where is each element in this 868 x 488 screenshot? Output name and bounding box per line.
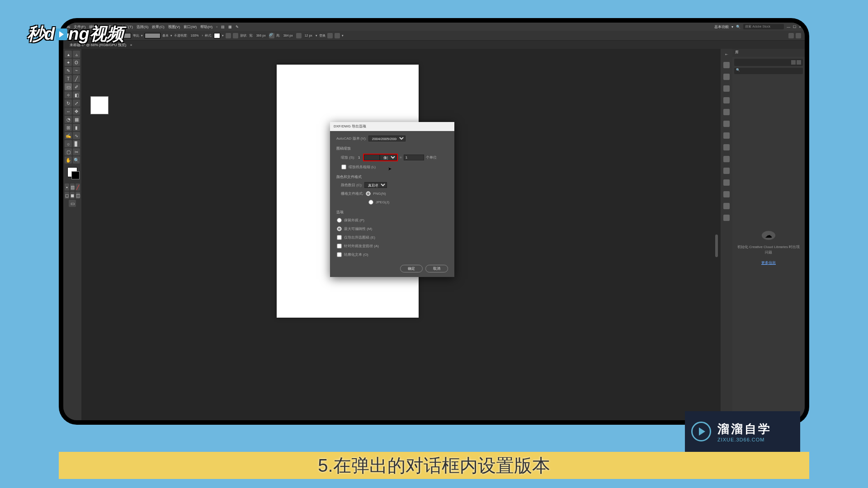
options-bar-menu-icon[interactable] xyxy=(796,33,801,38)
pen-tool[interactable]: ✎ xyxy=(65,67,72,74)
eraser-tool[interactable]: ◧ xyxy=(73,91,80,99)
graph-tool[interactable]: ▊ xyxy=(73,140,80,147)
menubar-icon-cursor[interactable]: ✎ xyxy=(236,25,239,29)
color-mode-gradient[interactable]: ▥ xyxy=(70,183,75,191)
curvature-tool[interactable]: ~ xyxy=(73,67,80,74)
selection-tool[interactable]: ▴ xyxy=(65,51,72,58)
brush-dropdown[interactable] xyxy=(145,33,160,38)
perspective-tool[interactable]: ▦ xyxy=(73,116,80,123)
libraries-panel-title[interactable]: 库 xyxy=(732,49,805,57)
height-input[interactable]: 384 px xyxy=(282,33,294,38)
artboards-panel-icon[interactable] xyxy=(723,203,730,209)
draw-behind[interactable]: ◼ xyxy=(70,192,75,199)
menubar-icon-arrange[interactable]: ▤ xyxy=(221,25,225,29)
link-wh-icon[interactable]: 🔗 xyxy=(269,33,274,38)
libraries-search-input[interactable]: 🔍 xyxy=(734,68,803,74)
menu-help[interactable]: 帮助(H) xyxy=(200,24,212,29)
menu-effect[interactable]: 效果(C) xyxy=(152,24,164,29)
mesh-tool[interactable]: ⊞ xyxy=(65,124,72,131)
graphic-styles-panel-icon[interactable] xyxy=(723,179,730,186)
stock-search-input[interactable]: 搜索 Adobe Stock xyxy=(743,24,784,29)
artboard-tool[interactable]: ▢ xyxy=(65,148,72,155)
menu-select[interactable]: 选择(S) xyxy=(137,24,149,29)
hand-tool[interactable]: ✋ xyxy=(65,156,72,164)
window-close-button[interactable]: × xyxy=(799,25,801,29)
corner-type-icon[interactable] xyxy=(296,33,302,38)
type-tool[interactable]: T xyxy=(65,75,72,82)
ok-button[interactable]: 确定 xyxy=(400,265,423,272)
autocad-version-select[interactable]: 2004/2005/2006 xyxy=(368,136,406,141)
gradient-panel-icon[interactable] xyxy=(723,144,730,150)
transform-label[interactable]: 变换 xyxy=(319,33,326,38)
line-tool[interactable]: ╱ xyxy=(73,75,80,82)
menu-view[interactable]: 视图(V) xyxy=(168,24,180,29)
draw-normal[interactable]: ◻ xyxy=(65,192,69,199)
menu-window[interactable]: 窗口(W) xyxy=(184,24,197,29)
character-panel-icon[interactable] xyxy=(723,215,730,221)
swatches-panel-icon[interactable] xyxy=(723,97,730,103)
free-transform-tool[interactable]: ✥ xyxy=(73,108,80,115)
workspace-switcher[interactable]: 基本功能 xyxy=(714,24,729,29)
window-minimize-button[interactable]: — xyxy=(787,25,790,29)
recolor-icon[interactable] xyxy=(226,33,231,38)
libraries-more-info-link[interactable]: 更多信息 xyxy=(761,260,776,265)
scale-lineweights-checkbox[interactable] xyxy=(341,164,346,169)
lib-view-grid-icon[interactable] xyxy=(797,60,801,65)
export-selected-checkbox[interactable] xyxy=(337,235,341,239)
color-mode-color[interactable]: ▪ xyxy=(65,183,69,191)
isolate-icon[interactable] xyxy=(327,33,333,38)
preserve-appearance-radio[interactable] xyxy=(337,218,341,222)
rectangle-tool[interactable]: ▭ xyxy=(65,83,72,90)
symbols-panel-icon[interactable] xyxy=(723,121,730,127)
rectangle-shape[interactable] xyxy=(90,96,108,114)
transparency-panel-icon[interactable] xyxy=(723,156,730,162)
menubar-icon-gpu[interactable]: ▦ xyxy=(228,25,232,29)
properties-panel-icon[interactable] xyxy=(723,62,730,68)
blend-tool[interactable]: ∿ xyxy=(73,132,80,139)
scale-value-input[interactable] xyxy=(357,155,361,160)
lib-view-list-icon[interactable] xyxy=(791,60,796,65)
magic-wand-tool[interactable]: ✦ xyxy=(65,59,72,66)
shape-builder-tool[interactable]: ◔ xyxy=(65,116,72,123)
draw-inside[interactable]: ◫ xyxy=(75,192,80,199)
symbol-sprayer-tool[interactable]: ☼ xyxy=(65,140,72,147)
rotate-tool[interactable]: ↻ xyxy=(65,99,72,107)
appearance-panel-icon[interactable] xyxy=(723,168,730,174)
menubar-icon-bridge[interactable]: ▫ xyxy=(216,25,217,29)
align-icon[interactable] xyxy=(233,33,238,38)
zoom-tool[interactable]: 🔍 xyxy=(73,156,80,164)
gradient-tool[interactable]: ▮ xyxy=(73,124,80,131)
screen-mode-button[interactable]: ▭ xyxy=(69,200,76,207)
scale-tool[interactable]: ⤢ xyxy=(73,99,80,107)
max-editability-radio[interactable] xyxy=(337,226,341,231)
shaper-tool[interactable]: ✧ xyxy=(65,91,72,99)
cancel-button[interactable]: 取消 xyxy=(425,265,448,272)
libraries-filter-bar[interactable] xyxy=(734,59,803,66)
window-maximize-button[interactable]: ☐ xyxy=(793,25,796,29)
direct-selection-tool[interactable]: ▵ xyxy=(73,51,80,58)
dock-toggle-icon[interactable]: ⇤ xyxy=(725,52,728,56)
brushes-panel-icon[interactable] xyxy=(723,109,730,115)
width-tool[interactable]: ↔ xyxy=(65,108,72,115)
width-input[interactable]: 366 px xyxy=(255,33,267,38)
scale-value-field[interactable] xyxy=(364,155,380,160)
raster-jpeg-radio[interactable] xyxy=(368,200,373,204)
scale-unit-select[interactable]: 像素 xyxy=(380,155,397,160)
color-mode-none[interactable]: ╱ xyxy=(75,183,80,191)
eyedropper-tool[interactable]: ✍ xyxy=(65,132,72,139)
lasso-tool[interactable]: ʘ xyxy=(73,59,80,66)
layers-panel-icon[interactable] xyxy=(723,74,730,80)
color-panel-icon[interactable] xyxy=(723,85,730,92)
options-bar-pin-icon[interactable] xyxy=(788,33,794,38)
extra-icon[interactable] xyxy=(335,33,340,38)
corner-radius-input[interactable]: 12 px xyxy=(303,33,314,38)
paintbrush-tool[interactable]: ✐ xyxy=(73,83,80,90)
tab-close-button[interactable]: × xyxy=(130,43,132,47)
stroke-panel-icon[interactable] xyxy=(723,132,730,139)
colors-select[interactable]: 真彩色 xyxy=(364,182,387,188)
outline-text-checkbox[interactable] xyxy=(337,252,341,257)
vertical-scrollbar[interactable] xyxy=(715,235,718,257)
opacity-input[interactable]: 100% xyxy=(189,33,200,38)
asset-export-panel-icon[interactable] xyxy=(723,191,730,197)
slice-tool[interactable]: ✂ xyxy=(73,148,80,155)
